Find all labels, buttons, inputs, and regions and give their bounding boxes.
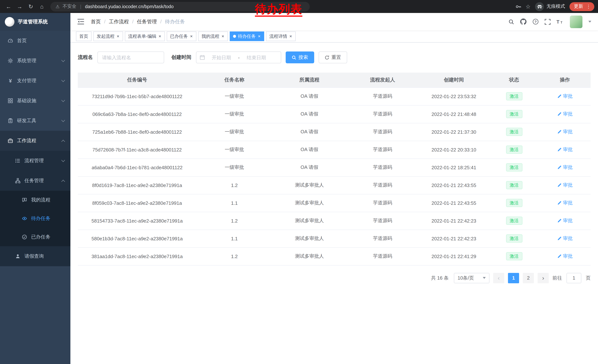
tab-done-tasks[interactable]: 已办任务 ×	[167, 32, 196, 41]
breadcrumb-task-management[interactable]: 任务管理	[137, 18, 157, 25]
approve-link[interactable]: 审批	[557, 129, 573, 135]
cell-starter: 芋道源码	[346, 159, 419, 176]
sidebar-item-leave-query[interactable]: 请假查询	[0, 246, 70, 266]
search-icon[interactable]	[508, 19, 514, 25]
close-icon[interactable]: ×	[158, 34, 162, 39]
sidebar-item-process-management[interactable]: 流程管理	[0, 151, 70, 171]
sidebar-item-label: 首页	[17, 37, 27, 44]
sidebar-item-workflow[interactable]: 工作流程	[0, 131, 70, 151]
browser-reload-button[interactable]: ↻	[26, 2, 36, 11]
range-separator: -	[238, 55, 240, 60]
approve-link[interactable]: 审批	[557, 253, 573, 259]
user-avatar[interactable]	[570, 15, 582, 28]
approve-link[interactable]: 审批	[557, 200, 573, 206]
approve-link[interactable]: 审批	[557, 182, 573, 188]
page-button-1[interactable]: 1	[508, 273, 519, 283]
tab-process-detail[interactable]: 流程详情 ×	[266, 32, 296, 41]
browser-home-button[interactable]: ⌂	[37, 2, 47, 11]
approve-link[interactable]: 审批	[557, 93, 573, 100]
approve-link[interactable]: 审批	[557, 217, 573, 224]
fullscreen-icon[interactable]	[545, 19, 551, 25]
table-row: 58154733-7ac8-11ec-a9e2-a2380e71991a 1.2…	[78, 212, 590, 230]
tab-start-process[interactable]: 发起流程 ×	[93, 32, 123, 41]
sidebar-item-done-tasks[interactable]: 已办任务	[0, 228, 70, 246]
sidebar-item-devtools[interactable]: 研发工具	[0, 111, 70, 131]
github-icon[interactable]	[520, 18, 526, 25]
breadcrumb-workflow[interactable]: 工作流程	[109, 18, 129, 25]
page-button-2[interactable]: 2	[523, 273, 534, 283]
sidebar-item-todo-tasks[interactable]: 待办任务	[0, 209, 70, 228]
sidebar-item-task-management[interactable]: 任务管理	[0, 171, 70, 191]
tab-todo-tasks[interactable]: 待办任务 ×	[230, 32, 264, 41]
close-icon[interactable]: ×	[221, 34, 224, 39]
table-row: 381aa1dd-7ac8-11ec-a9e2-a2380e71991a 1.2…	[78, 247, 590, 265]
goto-page-input[interactable]	[566, 273, 581, 283]
cell-task-name: 1.2	[196, 212, 272, 230]
page-size-select[interactable]: 10条/页	[454, 273, 490, 283]
col-task-id: 任务编号	[78, 73, 196, 87]
browser-back-button[interactable]: ←	[4, 2, 13, 11]
cell-task-id: 580e1b3d-7ac8-11ec-a9e2-a2380e71991a	[78, 230, 196, 247]
cell-action: 审批	[539, 194, 590, 212]
chevron-down-icon	[61, 158, 65, 162]
cell-starter: 芋道源码	[346, 105, 419, 123]
screenshot-root: ← → ↻ ⌂ ⚠ 不安全 | dashboard.yudao.iocoder.…	[0, 0, 598, 364]
cell-status: 激活	[489, 123, 539, 141]
approve-link[interactable]: 审批	[557, 111, 573, 117]
cell-task-id: 069c6a63-7b8a-11ec-8ef0-acde48001122	[78, 105, 196, 123]
sidebar-logo[interactable]: 芋道管理系统	[0, 13, 70, 31]
cell-starter: 芋道源码	[346, 230, 419, 247]
sidebar-item-infrastructure[interactable]: 基础设施	[0, 91, 70, 111]
font-size-icon[interactable]: TT	[556, 19, 564, 24]
table-row: 8f059c03-7ac8-11ec-a9e2-a2380e71991a 1.1…	[78, 194, 590, 212]
sidebar-item-payment[interactable]: ¥ 支付管理	[0, 71, 70, 91]
cell-status: 激活	[489, 159, 539, 176]
approve-link[interactable]: 审批	[557, 235, 573, 242]
search-button[interactable]: 搜索	[285, 51, 314, 63]
col-created: 创建时间	[419, 73, 489, 87]
reset-button[interactable]: 重置	[318, 51, 347, 63]
tab-my-process[interactable]: 我的流程 ×	[198, 32, 228, 41]
cell-task-name: 1.1	[196, 230, 272, 247]
sidebar-item-my-process[interactable]: 我的流程	[0, 191, 70, 209]
sidebar-item-home[interactable]: 首页	[0, 31, 70, 51]
cell-status: 激活	[489, 105, 539, 123]
close-icon[interactable]: ×	[257, 34, 261, 39]
tab-home[interactable]: 首页	[76, 32, 91, 41]
end-date-input[interactable]	[241, 55, 272, 60]
next-page-button[interactable]: ›	[538, 273, 549, 283]
approve-link[interactable]: 审批	[557, 164, 573, 171]
status-badge: 激活	[506, 252, 522, 260]
start-date-input[interactable]	[206, 55, 237, 60]
total-count: 共 16 条	[431, 275, 449, 281]
user-menu-caret-icon[interactable]	[588, 21, 591, 23]
table-row: 580e1b3d-7ac8-11ec-a9e2-a2380e71991a 1.1…	[78, 230, 590, 247]
status-badge: 激活	[506, 235, 522, 243]
cell-task-name: 一级审批	[196, 123, 272, 141]
bookmark-star-icon[interactable]: ☆	[526, 3, 531, 10]
cell-created: 2022-01-21 22:41:29	[419, 247, 489, 265]
cell-status: 激活	[489, 212, 539, 230]
close-icon[interactable]: ×	[190, 34, 193, 39]
close-icon[interactable]: ×	[116, 34, 120, 39]
password-key-icon[interactable]	[515, 4, 521, 9]
breadcrumb-home[interactable]: 首页	[91, 18, 101, 25]
prev-page-button[interactable]: ‹	[493, 273, 504, 283]
process-name-input[interactable]	[97, 51, 164, 63]
tab-form-edit[interactable]: 流程表单-编辑 ×	[125, 32, 165, 41]
sidebar-toggle-icon[interactable]	[76, 17, 86, 26]
chrome-update-button[interactable]: 更新 ⋮	[569, 2, 594, 11]
sidebar-item-label: 请假查询	[25, 253, 44, 259]
close-icon[interactable]: ×	[289, 34, 292, 39]
list-icon	[15, 158, 21, 163]
table-header-row: 任务编号 任务名称 所属流程 流程发起人 创建时间 状态 操作	[78, 73, 590, 87]
browser-menu-icon[interactable]: ⋮	[586, 4, 591, 9]
cell-action: 审批	[539, 212, 590, 230]
help-icon[interactable]: ?	[532, 18, 539, 25]
cell-task-id: 58154733-7ac8-11ec-a9e2-a2380e71991a	[78, 212, 196, 230]
date-range-picker[interactable]: -	[196, 51, 281, 63]
browser-forward-button[interactable]: →	[15, 2, 25, 11]
logo-image	[5, 17, 15, 27]
approve-link[interactable]: 审批	[557, 146, 573, 153]
sidebar-item-system[interactable]: 系统管理	[0, 51, 70, 71]
